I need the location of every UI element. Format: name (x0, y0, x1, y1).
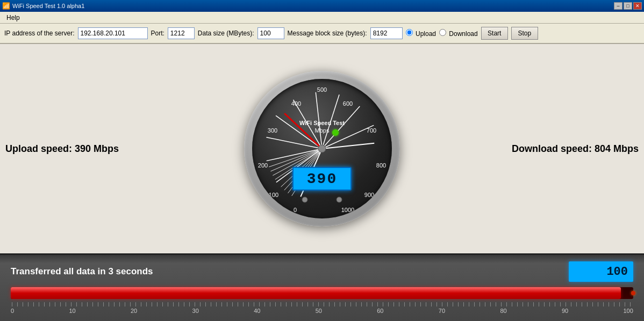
scale-label-30: 30 (192, 308, 199, 314)
scale-label-10: 10 (69, 308, 75, 314)
svg-text:800: 800 (376, 162, 386, 169)
svg-text:500: 500 (317, 86, 327, 93)
scale-label-0: 0 (11, 308, 14, 314)
close-button[interactable]: ✕ (633, 2, 642, 10)
window-title: WiFi Speed Test 1.0 alpha1 (12, 3, 84, 9)
ip-label: IP address of the server: (4, 30, 75, 37)
bottom-panel: Transferred all data in 3 seconds 100 0 … (0, 253, 644, 321)
scale-labels: 0 10 20 30 40 50 60 70 80 90 100 (11, 308, 633, 314)
upload-radio[interactable] (406, 29, 413, 36)
upload-speed-display: Upload speed: 390 Mbps (5, 143, 119, 155)
data-size-input[interactable] (257, 27, 284, 39)
scale-label-90: 90 (562, 308, 568, 314)
counter-value: 100 (606, 265, 628, 279)
speedometer: 500 400 300 200 100 0 600 700 (244, 71, 400, 227)
tick-marks (12, 302, 634, 307)
main-area: Upload speed: 390 Mbps (0, 44, 644, 253)
svg-point-32 (302, 197, 307, 202)
msg-block-label: Message block size (bytes): (288, 30, 367, 37)
gauge-inner: 500 400 300 200 100 0 600 700 (252, 79, 392, 218)
svg-text:400: 400 (291, 100, 301, 107)
scale-label-80: 80 (500, 308, 506, 314)
restore-button[interactable]: □ (624, 2, 632, 10)
progress-fill (11, 287, 621, 299)
msg-block-input[interactable] (370, 27, 403, 39)
minimize-button[interactable]: – (614, 2, 622, 10)
download-radio[interactable] (439, 29, 446, 36)
svg-text:0: 0 (294, 207, 297, 213)
svg-text:700: 700 (367, 127, 376, 134)
menu-help[interactable]: Help (2, 13, 24, 23)
progress-bar-container (11, 287, 633, 299)
toolbar: IP address of the server: Port: Data siz… (0, 24, 644, 44)
download-radio-label: Download (439, 29, 478, 38)
needle-pivot (318, 145, 326, 152)
scale-label-40: 40 (254, 308, 260, 314)
transfer-counter: 100 (569, 261, 633, 282)
progress-dot (631, 291, 635, 295)
svg-text:Mbps: Mbps (315, 127, 330, 134)
download-speed-display: Download speed: 804 Mbps (512, 143, 639, 155)
menu-bar: Help (0, 12, 644, 24)
digital-display: 390 (292, 167, 352, 191)
scale-label-70: 70 (439, 308, 445, 314)
scale-container: 0 10 20 30 40 50 60 70 80 90 100 (11, 302, 633, 314)
data-size-label: Data size (MBytes): (198, 30, 254, 37)
svg-point-33 (337, 197, 342, 202)
ip-input[interactable] (78, 27, 148, 39)
titlebar-controls: – □ ✕ (614, 2, 642, 10)
svg-line-10 (322, 134, 374, 157)
scale-label-100: 100 (624, 308, 633, 314)
start-button[interactable]: Start (481, 27, 508, 40)
digital-value: 390 (307, 171, 337, 187)
svg-text:100: 100 (269, 192, 278, 198)
transfer-info: Transferred all data in 3 seconds 100 (0, 255, 644, 284)
gauge-svg: 500 400 300 200 100 0 600 700 (252, 79, 392, 218)
svg-text:600: 600 (343, 100, 353, 107)
led-dot (332, 129, 339, 136)
app-icon: 📶 (2, 2, 10, 10)
port-label: Port: (151, 30, 164, 37)
svg-text:900: 900 (364, 192, 374, 198)
svg-text:200: 200 (258, 162, 268, 169)
title-bar: 📶 WiFi Speed Test 1.0 alpha1 – □ ✕ (0, 0, 644, 12)
gauge-outer: 500 400 300 200 100 0 600 700 (244, 71, 400, 227)
port-input[interactable] (168, 27, 195, 39)
svg-text:300: 300 (268, 127, 277, 134)
svg-text:1000: 1000 (341, 207, 354, 213)
scale-label-20: 20 (131, 308, 137, 314)
upload-radio-label: Upload (406, 29, 436, 38)
transfer-message: Transferred all data in 3 seconds (11, 266, 153, 277)
title-bar-left: 📶 WiFi Speed Test 1.0 alpha1 (2, 2, 84, 10)
scale-label-60: 60 (377, 308, 383, 314)
svg-text:WiFi Speed Test: WiFi Speed Test (299, 120, 345, 126)
stop-button[interactable]: Stop (511, 27, 538, 40)
scale-label-50: 50 (316, 308, 322, 314)
